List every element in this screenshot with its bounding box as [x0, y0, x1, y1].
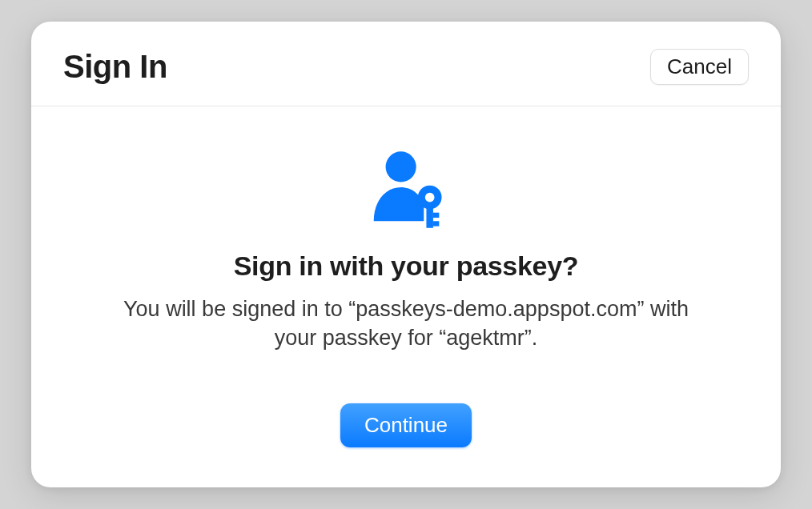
sign-in-dialog: Sign In Cancel Sign in with your passkey… [31, 22, 781, 488]
cancel-button[interactable]: Cancel [650, 49, 749, 85]
dialog-header: Sign In Cancel [31, 22, 781, 106]
passkey-icon [79, 146, 733, 231]
dialog-title: Sign In [63, 49, 167, 85]
svg-point-2 [425, 192, 435, 202]
dialog-body: Sign in with your passkey? You will be s… [31, 106, 781, 488]
svg-rect-5 [433, 221, 439, 226]
body-title: Sign in with your passkey? [79, 250, 733, 282]
svg-rect-3 [426, 206, 432, 228]
svg-rect-4 [433, 212, 439, 217]
svg-point-0 [386, 151, 416, 182]
continue-button[interactable]: Continue [340, 403, 472, 447]
body-description: You will be signed in to “passkeys-demo.… [102, 295, 710, 353]
